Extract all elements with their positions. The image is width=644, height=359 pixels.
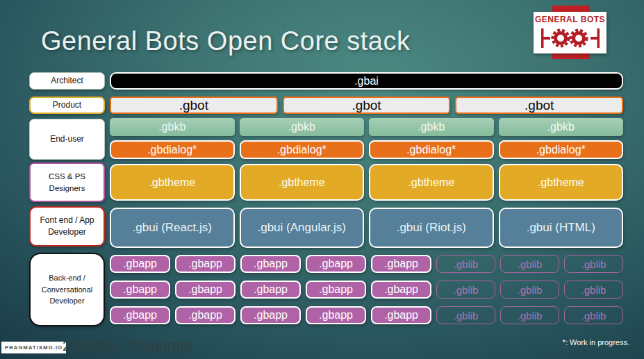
node-gbot-1: .gbot <box>110 97 278 114</box>
row-gbot: .gbot .gbot .gbot <box>110 97 623 114</box>
node-gbtheme-2: .gbtheme <box>240 164 365 201</box>
node-gblib: .gblib <box>500 306 559 324</box>
stack-diagram: .gbai .gbot .gbot .gbot .gbkb .gbkb .gbk… <box>110 0 623 359</box>
node-gbkb-1: .gbkb <box>110 118 235 136</box>
node-gblib: .gblib <box>564 255 623 273</box>
node-gbapp: .gbapp <box>110 255 170 273</box>
node-gbtheme-3: .gbtheme <box>369 164 494 201</box>
node-gbui-angular: .gbui (Angular.js) <box>240 208 365 248</box>
node-gblib: .gblib <box>436 255 495 273</box>
slide: General Bots Open Core stack GENERAL BOT… <box>0 0 644 359</box>
node-gbkb-2: .gbkb <box>240 118 365 136</box>
node-gbapp: .gbapp <box>110 306 170 324</box>
node-gbapp: .gbapp <box>306 281 366 299</box>
node-gblib: .gblib <box>500 255 559 273</box>
node-gblib: .gblib <box>436 306 495 324</box>
row-gbai: .gbai <box>110 72 623 90</box>
node-gbdialog-1: .gbdialog* <box>110 140 235 159</box>
node-gbdialog-2: .gbdialog* <box>240 140 365 159</box>
node-gbui-react: .gbui (React.js) <box>110 208 235 248</box>
node-gblib: .gblib <box>564 306 623 324</box>
node-gbapp: .gbapp <box>110 281 170 299</box>
node-gbapp: .gbapp <box>371 306 431 324</box>
node-gbapp: .gbapp <box>240 306 301 324</box>
work-in-progress-note: *: Work in progress. <box>563 338 629 347</box>
node-gbapp: .gbapp <box>371 281 431 299</box>
row-gbkb: .gbkb .gbkb .gbkb .gbkb <box>110 118 623 136</box>
node-gblib: .gblib <box>500 281 559 299</box>
row-gbui: .gbui (React.js) .gbui (Angular.js) .gbu… <box>110 208 623 248</box>
node-gbai: .gbai <box>110 72 623 90</box>
role-label-backend-conversational-developer: Back-end / Conversational Developer <box>29 253 105 326</box>
node-gbapp: .gbapp <box>175 255 236 273</box>
node-gbtheme-1: .gbtheme <box>110 164 235 201</box>
node-gblib: .gblib <box>436 281 495 299</box>
node-gbtheme-4: .gbtheme <box>499 164 624 201</box>
slide-caption: 2018Q4 - Corporate <box>63 337 192 354</box>
pragmatismo-badge: PRAGMATISMO.IO <box>1 342 66 353</box>
node-gbapp: .gbapp <box>371 255 431 273</box>
row-gbdialog: .gbdialog* .gbdialog* .gbdialog* .gbdial… <box>110 140 623 159</box>
role-label-css-ps-designers: CSS & PS Designers <box>29 162 105 202</box>
node-gbapp: .gbapp <box>306 306 366 324</box>
role-label-end-user: End-user <box>29 119 105 160</box>
role-label-product: Product <box>29 97 105 114</box>
role-label-frontend-app-developer: Font end / App Developer <box>29 206 105 247</box>
node-gbapp: .gbapp <box>175 281 236 299</box>
node-gbot-3: .gbot <box>455 97 623 114</box>
row-backend-1: .gbapp .gbapp .gbapp .gbapp .gbapp .gbli… <box>110 255 623 273</box>
node-gblib: .gblib <box>564 281 623 299</box>
node-gbapp: .gbapp <box>175 306 236 324</box>
role-label-architect: Architect <box>29 72 105 90</box>
node-gbkb-4: .gbkb <box>499 118 624 136</box>
row-backend-3: .gbapp .gbapp .gbapp .gbapp .gbapp .gbli… <box>110 306 623 324</box>
node-gbui-riot: .gbui (Riot.js) <box>369 208 494 248</box>
node-gbapp: .gbapp <box>240 281 301 299</box>
node-gbui-html: .gbui (HTML) <box>499 208 624 248</box>
node-gbot-2: .gbot <box>283 97 451 114</box>
node-gbdialog-3: .gbdialog* <box>369 140 494 159</box>
node-gbapp: .gbapp <box>306 255 366 273</box>
node-gbkb-3: .gbkb <box>369 118 494 136</box>
row-gbtheme: .gbtheme .gbtheme .gbtheme .gbtheme <box>110 164 623 201</box>
node-gbdialog-4: .gbdialog* <box>499 140 624 159</box>
node-gbapp: .gbapp <box>240 255 301 273</box>
row-backend-2: .gbapp .gbapp .gbapp .gbapp .gbapp .gbli… <box>110 281 623 299</box>
